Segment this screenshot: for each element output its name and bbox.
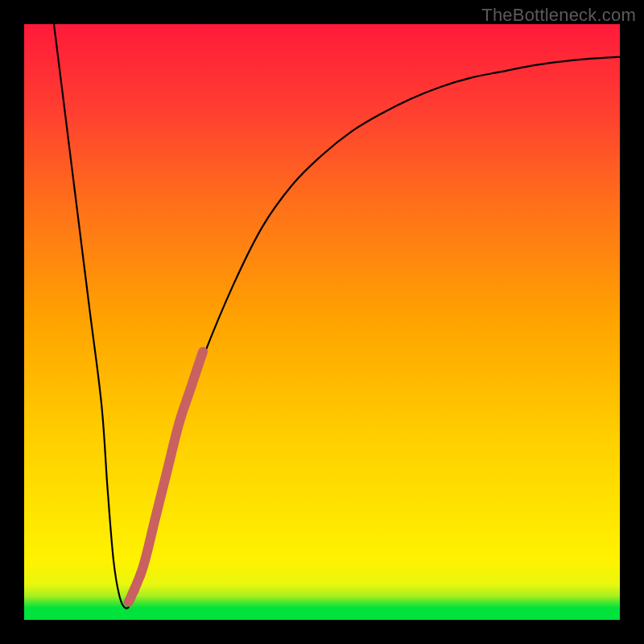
highlight-dot: [130, 585, 139, 595]
highlight-dot: [135, 571, 145, 580]
plot-area: [24, 24, 620, 620]
chart-frame: TheBottleneck.com: [0, 0, 644, 644]
highlight-segment: [129, 352, 204, 602]
watermark-text: TheBottleneck.com: [481, 5, 636, 26]
curve-layer: [24, 24, 620, 620]
highlight-dots: [130, 571, 145, 596]
bottleneck-curve: [54, 24, 620, 609]
